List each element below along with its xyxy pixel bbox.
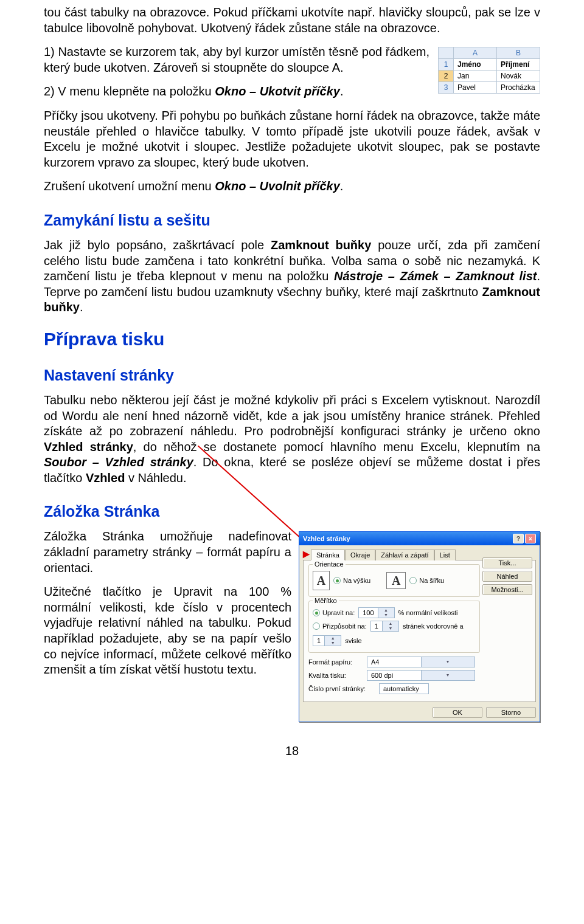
xl-corner: [439, 47, 454, 59]
xl-col-B: B: [497, 47, 540, 59]
xl-r2c1: Jan: [454, 71, 497, 82]
help-icon[interactable]: ?: [513, 534, 524, 543]
group-orientation-label: Orientace: [313, 560, 346, 568]
xl-r1c2: Příjmení: [497, 59, 540, 71]
landscape-icon: A: [386, 572, 406, 589]
page-number: 18: [44, 744, 540, 758]
select-paper[interactable]: A4▾: [367, 657, 475, 667]
xl-r3c1: Pavel: [454, 82, 497, 94]
xl-col-A: A: [454, 47, 497, 59]
group-orientation: Orientace A Na výšku A Na šířku: [308, 564, 480, 597]
heading-lock: Zamykání listu a sešitu: [44, 212, 540, 229]
label-paper: Formát papíru:: [308, 658, 363, 666]
xl-row-3: 3: [439, 82, 454, 94]
tab-stranka[interactable]: Stránka: [311, 550, 345, 560]
xl-r2c2: Novák: [497, 71, 540, 82]
tab-zahlavi[interactable]: Záhlaví a zápatí: [375, 550, 434, 560]
heading-print: Příprava tisku: [44, 329, 540, 350]
xl-row-1: 1: [439, 59, 454, 71]
arrow-indicator-icon: ▶: [303, 549, 310, 560]
close-icon[interactable]: ×: [525, 534, 536, 543]
label-pages-mid: stránek vodorovně a: [403, 622, 464, 630]
ok-button[interactable]: OK: [433, 707, 482, 718]
label-percent-suffix: % normální velikosti: [398, 609, 458, 616]
preview-button[interactable]: Náhled: [482, 571, 532, 582]
xl-row-2: 2: [439, 71, 454, 82]
label-quality: Kvalita tisku:: [308, 672, 363, 679]
excel-sample-table: A B 1 Jméno Příjmení 2 Jan Novák 3 Pavel…: [438, 47, 540, 94]
xl-r3c2: Procházka: [497, 82, 540, 94]
spinner-percent[interactable]: 100▲▼: [358, 607, 394, 618]
group-scale-label: Měřítko: [313, 597, 339, 604]
paragraph-lock: Jak již bylo popsáno, zaškrtávací pole Z…: [44, 238, 540, 315]
spinner-pages-h[interactable]: 1▲▼: [370, 621, 399, 632]
heading-tab-stranka: Záložka Stránka: [44, 503, 540, 520]
tab-list[interactable]: List: [434, 550, 456, 560]
options-button[interactable]: Možnosti...: [482, 584, 532, 595]
paragraph-panes: Příčky jsou ukotveny. Při pohybu po buňk…: [44, 108, 540, 170]
radio-fit-pages[interactable]: Přizpůsobit na:: [313, 622, 367, 630]
label-firstpage: Číslo první stránky:: [308, 685, 375, 692]
input-firstpage[interactable]: automaticky: [379, 683, 429, 694]
spinner-pages-v[interactable]: 1▲▼: [313, 635, 341, 646]
cancel-button[interactable]: Storno: [486, 707, 536, 718]
tab-okraje[interactable]: Okraje: [345, 550, 375, 560]
radio-fit-percent[interactable]: Upravit na:: [313, 609, 355, 616]
paragraph-pagesetup: Tabulku nebo některou její část je možné…: [44, 393, 540, 486]
heading-pagesetup: Nastavení stránky: [44, 367, 540, 384]
paragraph-unfreeze: Zrušení ukotvení umožní menu Okno – Uvol…: [44, 179, 540, 195]
print-button[interactable]: Tisk...: [482, 557, 532, 568]
page-setup-dialog: Vzhled stránky ? × ▶ Stránka Okraje Záhl…: [299, 531, 540, 722]
xl-r1c1: Jméno: [454, 59, 497, 71]
portrait-icon: A: [313, 571, 330, 590]
radio-landscape[interactable]: Na šířku: [409, 577, 444, 584]
paragraph-intro: tou část tabulky na obrazovce. Pokud pří…: [44, 5, 540, 36]
radio-portrait[interactable]: Na výšku: [333, 577, 370, 584]
select-quality[interactable]: 600 dpi▾: [367, 670, 475, 681]
group-scale: Měřítko Upravit na: 100▲▼ % normální vel…: [308, 601, 480, 653]
dialog-title: Vzhled stránky: [303, 535, 350, 542]
label-pages-suffix: svisle: [345, 637, 362, 644]
